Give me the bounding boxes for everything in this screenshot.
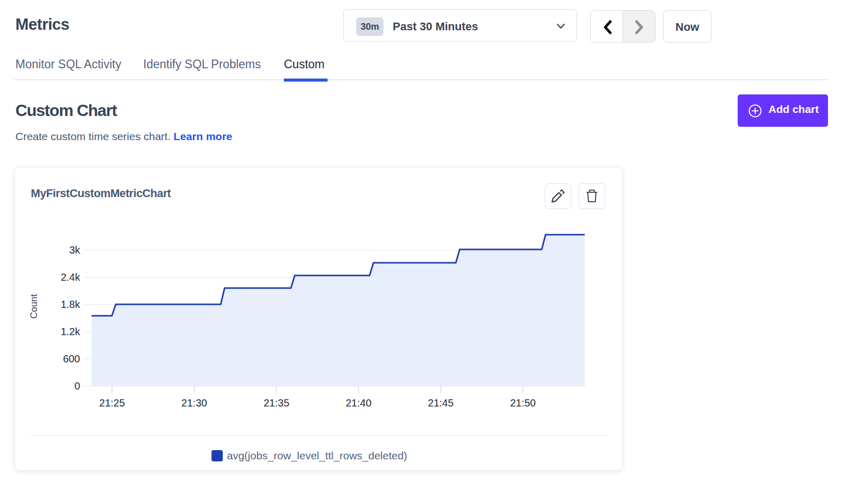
svg-text:1.8k: 1.8k	[61, 299, 81, 310]
svg-text:21:40: 21:40	[345, 397, 371, 409]
svg-text:3k: 3k	[69, 244, 81, 256]
svg-text:Count: Count	[29, 294, 39, 319]
svg-text:600: 600	[63, 353, 80, 364]
svg-text:21:25: 21:25	[99, 397, 125, 409]
svg-text:21:35: 21:35	[263, 397, 289, 409]
svg-text:1.2k: 1.2k	[61, 326, 81, 337]
svg-text:21:50: 21:50	[510, 397, 536, 409]
svg-text:2.4k: 2.4k	[61, 272, 81, 283]
svg-text:0: 0	[74, 380, 80, 392]
svg-text:21:45: 21:45	[428, 397, 454, 409]
svg-text:21:30: 21:30	[181, 397, 207, 409]
